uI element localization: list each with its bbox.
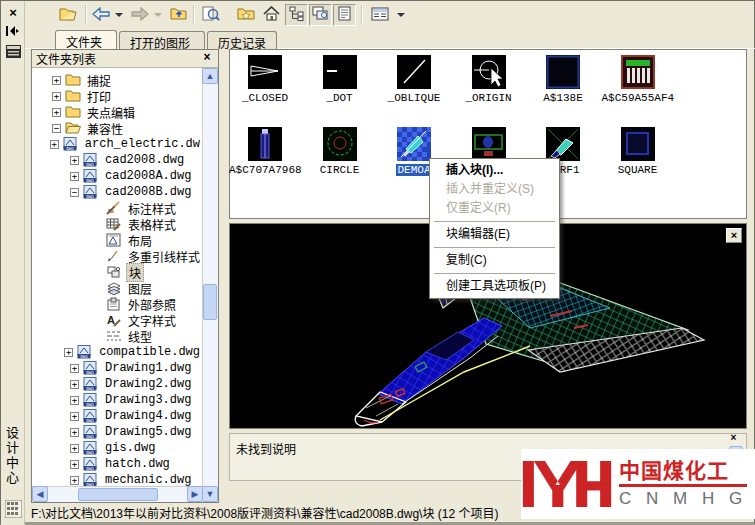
tree-item[interactable]: +打印: [32, 88, 202, 104]
description-toggle-button[interactable]: [333, 4, 356, 26]
block-item[interactable]: _DOT: [303, 55, 377, 127]
menu-item: 插入并重定义(S): [432, 180, 557, 199]
tree-view-button[interactable]: [285, 4, 308, 26]
tab-3[interactable]: 历史记录: [207, 31, 277, 49]
preview-close-button[interactable]: ×: [726, 228, 742, 243]
expand-plus-icon[interactable]: +: [50, 140, 59, 149]
tree-item[interactable]: 外部参照: [32, 296, 202, 312]
description-close-button[interactable]: ×: [726, 432, 741, 445]
tree-item[interactable]: +DWGmechanic.dwg: [32, 472, 202, 486]
block-item[interactable]: _ORIGIN: [452, 55, 526, 127]
open-folder-button[interactable]: [55, 4, 82, 26]
tree-vertical-scrollbar[interactable]: ▲ ▼: [202, 68, 218, 502]
block-item[interactable]: A$C59A55AF4: [601, 55, 675, 127]
expand-plus-icon[interactable]: +: [64, 348, 73, 357]
scroll-up-icon[interactable]: ▲: [202, 68, 218, 84]
block-item[interactable]: A$C707A7968: [228, 127, 302, 199]
watermark-en-text: C N M H G: [619, 489, 747, 509]
block-icon: [106, 265, 122, 279]
preview-toggle-button[interactable]: [309, 4, 332, 26]
block-item[interactable]: CIRCLE: [303, 127, 377, 199]
tree-item-label: 文字样式: [126, 312, 178, 329]
expand-plus-icon[interactable]: +: [70, 364, 79, 373]
tree-item[interactable]: −兼容性: [32, 120, 202, 136]
scroll-down-icon[interactable]: ▼: [202, 486, 218, 502]
tree-item[interactable]: −DWGcad2008B.dwg: [32, 184, 202, 200]
tree-item-label: hatch.dwg: [103, 457, 172, 471]
views-button[interactable]: [366, 4, 393, 26]
expand-plus-icon[interactable]: +: [70, 396, 79, 405]
block-item[interactable]: A$138E: [526, 55, 600, 127]
block-item[interactable]: SQUARE: [601, 127, 675, 199]
views-dropdown-button[interactable]: [394, 4, 407, 26]
menu-item[interactable]: 插入块(I)...: [432, 161, 557, 180]
tree-item[interactable]: 多重引线样式: [32, 248, 202, 264]
expand-plus-icon[interactable]: +: [52, 92, 61, 101]
tab-1[interactable]: 文件夹: [55, 30, 117, 49]
scroll-left-icon[interactable]: ◀: [32, 486, 48, 502]
tree-item[interactable]: 表格样式: [32, 216, 202, 232]
tree-hscroll-thumb[interactable]: [78, 488, 158, 501]
auto-hide-icon[interactable]: [4, 23, 22, 39]
expand-plus-icon[interactable]: +: [70, 172, 79, 181]
tree-item[interactable]: +DWGDrawing5.dwg: [32, 424, 202, 440]
tree-item[interactable]: 图层: [32, 280, 202, 296]
tree-item[interactable]: +捕捉: [32, 72, 202, 88]
tree-item[interactable]: +DWGDrawing3.dwg: [32, 392, 202, 408]
tree-item[interactable]: 块: [32, 264, 202, 280]
expand-plus-icon[interactable]: +: [52, 108, 61, 117]
menu-item[interactable]: 创建工具选项板(P): [432, 277, 557, 296]
search-button[interactable]: [197, 4, 224, 26]
back-dropdown-button[interactable]: [112, 4, 125, 26]
palette-close-button[interactable]: ×: [4, 4, 22, 20]
tree-item[interactable]: +DWGcad2008A.dwg: [32, 168, 202, 184]
tree-item[interactable]: +DWGDrawing1.dwg: [32, 360, 202, 376]
tree-item[interactable]: +DWGarch_electric.dw: [32, 136, 202, 152]
tree-item[interactable]: A文字样式: [32, 312, 202, 328]
tree-item[interactable]: +夹点编辑: [32, 104, 202, 120]
svg-text:DWG: DWG: [86, 418, 94, 423]
favorites-button[interactable]: [233, 4, 258, 26]
collapse-minus-icon[interactable]: −: [70, 188, 79, 197]
tablestyle-icon: [106, 217, 122, 231]
menu-item[interactable]: 块编辑器(E): [432, 225, 557, 244]
toolbar-separator: [193, 5, 195, 25]
block-item[interactable]: _CLOSED: [228, 55, 302, 127]
back-arrow-button[interactable]: [89, 4, 112, 26]
expand-plus-icon[interactable]: +: [70, 444, 79, 453]
tree-item[interactable]: +DWGDrawing2.dwg: [32, 376, 202, 392]
expand-plus-icon[interactable]: +: [70, 156, 79, 165]
tree-vscroll-thumb[interactable]: [203, 284, 217, 320]
home-button[interactable]: [259, 4, 284, 26]
block-context-menu: 插入块(I)...插入并重定义(S)仅重定义(R)块编辑器(E)复制(C)创建工…: [429, 158, 560, 299]
tab-2[interactable]: 打开的图形: [119, 31, 205, 49]
up-folder-button[interactable]: [166, 4, 191, 26]
palette-properties-icon[interactable]: [4, 43, 22, 59]
tree-item[interactable]: +DWGgis.dwg: [32, 440, 202, 456]
tree-item[interactable]: 线型: [32, 328, 202, 344]
block-item[interactable]: _OBLIQUE: [377, 55, 451, 127]
expand-plus-icon[interactable]: +: [52, 76, 61, 85]
menu-item[interactable]: 复制(C): [432, 251, 557, 270]
tree-item[interactable]: +DWGDrawing4.dwg: [32, 408, 202, 424]
tree-panel-close-button[interactable]: ×: [200, 52, 214, 65]
tree-horizontal-scrollbar[interactable]: ◀ ▶: [32, 486, 203, 502]
expand-plus-icon[interactable]: +: [70, 476, 79, 485]
expand-plus-icon[interactable]: +: [70, 380, 79, 389]
palette-grid-icon[interactable]: [4, 499, 22, 519]
tree-item[interactable]: 布局: [32, 232, 202, 248]
tree-item[interactable]: 标注样式: [32, 200, 202, 216]
forward-dropdown-icon: [154, 13, 162, 17]
tree-item-label: Drawing5.dwg: [103, 425, 193, 439]
folder-icon: [65, 105, 81, 119]
menu-item: 仅重定义(R): [432, 199, 557, 218]
tree-item[interactable]: +DWGcompatible.dwg: [32, 344, 202, 360]
collapse-minus-icon[interactable]: −: [52, 124, 61, 133]
tree-item[interactable]: +DWGhatch.dwg: [32, 456, 202, 472]
expand-plus-icon[interactable]: +: [70, 428, 79, 437]
tree-item[interactable]: +DWGcad2008.dwg: [32, 152, 202, 168]
tree-item-label: Drawing3.dwg: [103, 393, 193, 407]
scroll-right-icon[interactable]: ▶: [187, 486, 203, 502]
expand-plus-icon[interactable]: +: [70, 460, 79, 469]
expand-plus-icon[interactable]: +: [70, 412, 79, 421]
